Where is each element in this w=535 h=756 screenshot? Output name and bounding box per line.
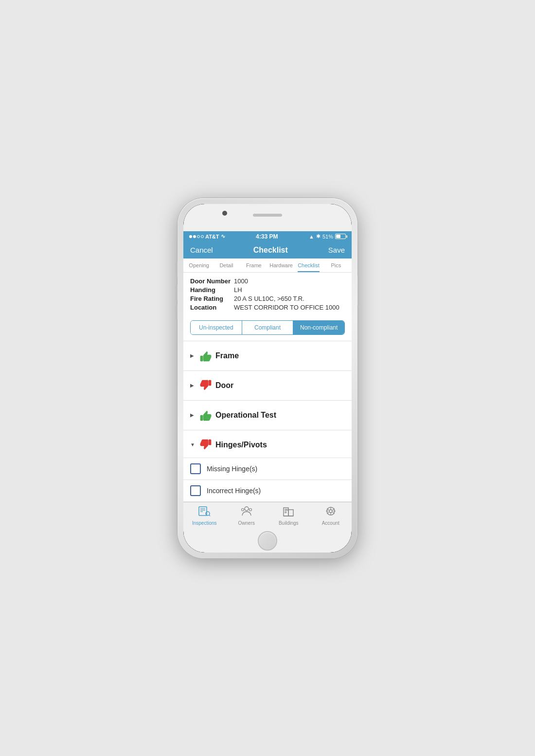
frame-section-title: Frame	[215, 351, 239, 360]
bottom-tab-account[interactable]: Account	[310, 502, 352, 529]
bottom-tab-owners[interactable]: Owners	[226, 502, 268, 529]
svg-rect-13	[287, 509, 288, 511]
cancel-button[interactable]: Cancel	[190, 246, 213, 254]
door-section-title: Door	[215, 381, 233, 390]
divider-4	[183, 430, 352, 430]
door-info: Door Number 1000 Handing LH Fire Rating …	[183, 273, 352, 316]
checkbox-missing-hinge[interactable]	[190, 463, 201, 474]
wifi-icon: ∿	[221, 233, 225, 240]
door-number-label: Door Number	[190, 277, 234, 285]
checkbox-incorrect-hinge[interactable]	[190, 485, 201, 496]
inspections-icon	[198, 506, 211, 519]
divider-3	[183, 400, 352, 401]
incorrect-hinge-label: Incorrect Hinge(s)	[207, 487, 261, 495]
location-value: WEST CORRIDOR TO OFFICE 1000	[234, 304, 339, 311]
filter-uninspected[interactable]: Un-inspected	[191, 321, 242, 334]
location-icon: ▲	[309, 234, 314, 240]
operational-test-thumbs-up-icon	[199, 408, 213, 422]
phone-top-bar	[183, 204, 352, 231]
tab-detail[interactable]: Detail	[213, 258, 240, 272]
section-operational-test[interactable]: ▶ Operational Test	[183, 403, 352, 428]
account-icon	[324, 506, 337, 519]
fire-rating-label: Fire Rating	[190, 295, 234, 302]
svg-point-4	[206, 512, 210, 516]
status-right: ▲ ✱ 51%	[309, 233, 346, 240]
speaker	[253, 214, 282, 217]
fire-rating-row: Fire Rating 20 A S UL10C, >650 T.R.	[190, 295, 345, 302]
status-bar: AT&T ∿ 4:33 PM ▲ ✱ 51%	[183, 231, 352, 242]
bottom-tab-bar: Inspections Owners	[183, 502, 352, 529]
svg-point-6	[245, 507, 249, 511]
tab-checklist[interactable]: Checklist	[295, 258, 322, 272]
frame-thumbs-up-icon	[199, 349, 213, 363]
owners-tab-label: Owners	[238, 520, 255, 526]
signal-dot-3	[197, 235, 200, 238]
location-label: Location	[190, 304, 234, 311]
screen-content: AT&T ∿ 4:33 PM ▲ ✱ 51% Cancel Checklist …	[183, 231, 352, 529]
status-time: 4:33 PM	[256, 233, 278, 240]
svg-point-16	[329, 510, 332, 513]
nav-bar: Cancel Checklist Save	[183, 242, 352, 258]
phone-screen: AT&T ∿ 4:33 PM ▲ ✱ 51% Cancel Checklist …	[183, 204, 352, 553]
buildings-tab-label: Buildings	[279, 520, 299, 526]
door-number-value: 1000	[234, 277, 248, 285]
svg-point-7	[241, 508, 244, 511]
door-thumbs-down-icon	[199, 379, 213, 392]
bottom-tab-inspections[interactable]: Inspections	[183, 502, 226, 529]
section-frame[interactable]: ▶ Frame	[183, 343, 352, 369]
filter-compliant[interactable]: Compliant	[242, 321, 294, 334]
bottom-tab-buildings[interactable]: Buildings	[268, 502, 310, 529]
missing-hinge-label: Missing Hinge(s)	[207, 465, 257, 473]
tab-pics[interactable]: Pics	[322, 258, 350, 272]
signal-dot-4	[201, 235, 204, 238]
carrier-label: AT&T	[205, 234, 219, 240]
svg-rect-12	[285, 509, 286, 511]
operational-test-arrow: ▶	[190, 412, 195, 418]
tab-frame[interactable]: Frame	[240, 258, 268, 272]
phone-bottom	[183, 529, 352, 553]
owners-icon	[240, 506, 253, 519]
signal-dot-2	[193, 235, 196, 238]
signal-dot-1	[189, 235, 192, 238]
operational-test-section-title: Operational Test	[215, 411, 276, 420]
status-left: AT&T ∿	[189, 233, 225, 240]
checklist-scroll[interactable]: ▶ Frame ▶ Door	[183, 343, 352, 502]
hinges-arrow: ▼	[190, 442, 195, 447]
fire-rating-value: 20 A S UL10C, >650 T.R.	[234, 295, 304, 302]
door-number-row: Door Number 1000	[190, 277, 345, 285]
account-tab-label: Account	[322, 520, 339, 526]
checklist-item-missing-hinge[interactable]: Missing Hinge(s)	[183, 458, 352, 479]
svg-rect-14	[285, 512, 286, 513]
page-title: Checklist	[253, 246, 288, 255]
tab-hardware[interactable]: Hardware	[268, 258, 295, 272]
battery-fill	[336, 235, 340, 238]
filter-buttons: Un-inspected Compliant Non-compliant	[190, 320, 345, 335]
svg-point-8	[249, 508, 251, 511]
svg-rect-10	[288, 510, 293, 516]
section-door[interactable]: ▶ Door	[183, 373, 352, 398]
filter-noncompliant[interactable]: Non-compliant	[293, 321, 344, 334]
hinges-thumbs-down-icon	[199, 438, 213, 452]
divider	[183, 341, 352, 341]
handing-value: LH	[234, 286, 242, 294]
save-button[interactable]: Save	[328, 246, 345, 254]
buildings-icon	[282, 506, 295, 519]
phone-frame: AT&T ∿ 4:33 PM ▲ ✱ 51% Cancel Checklist …	[178, 198, 357, 558]
handing-label: Handing	[190, 286, 234, 294]
home-button[interactable]	[258, 531, 277, 551]
tab-bar: Opening Detail Frame Hardware Checklist …	[183, 258, 352, 273]
frame-arrow: ▶	[190, 353, 195, 358]
svg-line-5	[209, 515, 210, 516]
location-row: Location WEST CORRIDOR TO OFFICE 1000	[190, 304, 345, 311]
section-hinges-pivots[interactable]: ▼ Hinges/Pivots	[183, 432, 352, 458]
camera	[222, 211, 227, 216]
door-arrow: ▶	[190, 383, 195, 388]
checklist-item-incorrect-hinge[interactable]: Incorrect Hinge(s)	[183, 479, 352, 501]
battery-percent: 51%	[322, 234, 333, 240]
hinges-section-title: Hinges/Pivots	[215, 441, 267, 449]
battery-bar	[335, 234, 346, 239]
handing-row: Handing LH	[190, 286, 345, 294]
bluetooth-icon: ✱	[316, 233, 321, 240]
tab-opening[interactable]: Opening	[185, 258, 213, 272]
signal-strength	[189, 235, 204, 238]
